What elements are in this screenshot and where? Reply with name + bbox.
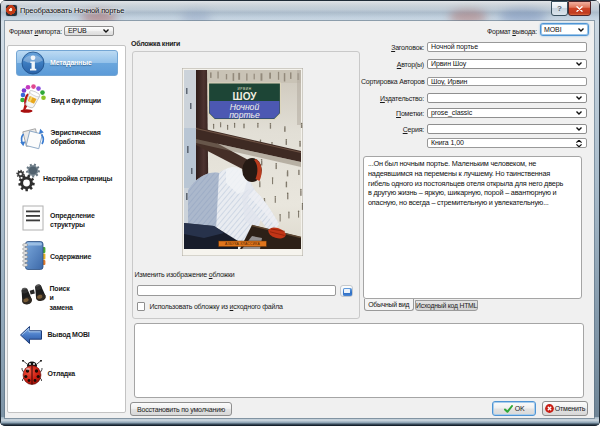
svg-text:ШОУ: ШОУ (233, 91, 258, 102)
svg-text:АЗБУКА-КЛАССИКА: АЗБУКА-КЛАССИКА (225, 242, 260, 246)
svg-text:портье: портье (229, 110, 260, 120)
